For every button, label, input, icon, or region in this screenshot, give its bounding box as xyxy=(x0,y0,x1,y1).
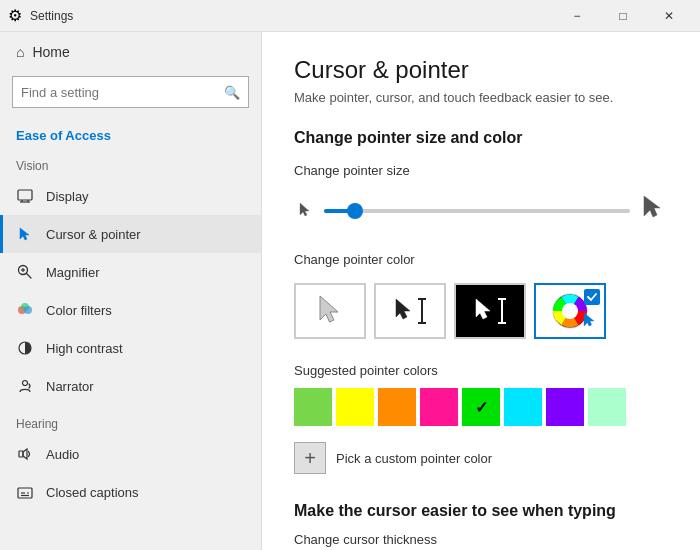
settings-icon: ⚙ xyxy=(8,6,22,25)
search-input[interactable] xyxy=(21,85,224,100)
minimize-button[interactable]: − xyxy=(554,0,600,32)
colorfilters-icon xyxy=(16,301,34,319)
display-icon xyxy=(16,187,34,205)
sidebar-home-item[interactable]: ⌂ Home xyxy=(0,32,261,72)
color-swatches: ✓ xyxy=(294,388,668,426)
ease-of-access-label: Ease of Access xyxy=(0,120,261,147)
swatch-yellow[interactable] xyxy=(336,388,374,426)
swatch-orange[interactable] xyxy=(378,388,416,426)
magnifier-label: Magnifier xyxy=(46,265,99,280)
narrator-icon xyxy=(16,377,34,395)
pointer-size-slider-row xyxy=(294,194,668,228)
magnifier-icon xyxy=(16,263,34,281)
audio-icon xyxy=(16,445,34,463)
sidebar-item-highcontrast[interactable]: High contrast xyxy=(0,329,261,367)
swatch-lime-selected[interactable]: ✓ xyxy=(462,388,500,426)
highcontrast-icon xyxy=(16,339,34,357)
color-option-black[interactable] xyxy=(374,283,446,339)
app-container: ⌂ Home 🔍 Ease of Access Vision Display xyxy=(0,32,700,550)
color-option-white[interactable] xyxy=(294,283,366,339)
swatch-cyan[interactable] xyxy=(504,388,542,426)
swatch-green[interactable] xyxy=(294,388,332,426)
home-label: Home xyxy=(32,44,69,60)
title-bar-title: Settings xyxy=(30,9,73,23)
custom-color-button[interactable]: + xyxy=(294,442,326,474)
cursor-thickness-label: Change cursor thickness xyxy=(294,532,668,547)
pointer-size-label: Change pointer size xyxy=(294,163,668,178)
pointer-size-track[interactable] xyxy=(324,209,630,213)
swatch-purple[interactable] xyxy=(546,388,584,426)
cursor-label: Cursor & pointer xyxy=(46,227,141,242)
audio-label: Audio xyxy=(46,447,79,462)
hearing-category: Hearing xyxy=(0,405,261,435)
sidebar-item-display[interactable]: Display xyxy=(0,177,261,215)
highcontrast-label: High contrast xyxy=(46,341,123,356)
custom-color-label: Pick a custom pointer color xyxy=(336,451,492,466)
pointer-size-thumb[interactable] xyxy=(347,203,363,219)
vision-category: Vision xyxy=(0,147,261,177)
cursor-icon xyxy=(16,225,34,243)
display-label: Display xyxy=(46,189,89,204)
color-option-inverted[interactable] xyxy=(454,283,526,339)
page-title: Cursor & pointer xyxy=(294,56,668,84)
svg-rect-13 xyxy=(19,451,23,457)
sidebar-item-magnifier[interactable]: Magnifier xyxy=(0,253,261,291)
cursor-small-icon xyxy=(298,201,312,222)
svg-point-10 xyxy=(24,306,32,314)
narrator-label: Narrator xyxy=(46,379,94,394)
search-box[interactable]: 🔍 xyxy=(12,76,249,108)
page-subtitle: Make pointer, cursor, and touch feedback… xyxy=(294,90,668,105)
cursor-heading: Make the cursor easier to see when typin… xyxy=(294,502,668,520)
main-content: Cursor & pointer Make pointer, cursor, a… xyxy=(262,32,700,550)
cursor-large-icon xyxy=(642,194,664,228)
captions-icon xyxy=(16,483,34,501)
title-bar-left: ⚙ Settings xyxy=(8,6,73,25)
color-option-custom[interactable] xyxy=(534,283,606,339)
sidebar-item-audio[interactable]: Audio xyxy=(0,435,261,473)
svg-point-12 xyxy=(23,381,28,386)
pointer-color-label: Change pointer color xyxy=(294,252,668,267)
search-icon: 🔍 xyxy=(224,85,240,100)
close-button[interactable]: ✕ xyxy=(646,0,692,32)
maximize-button[interactable]: □ xyxy=(600,0,646,32)
pointer-color-options xyxy=(294,283,668,339)
captions-label: Closed captions xyxy=(46,485,139,500)
sidebar-item-narrator[interactable]: Narrator xyxy=(0,367,261,405)
svg-rect-0 xyxy=(18,190,32,200)
suggested-colors-label: Suggested pointer colors xyxy=(294,363,668,378)
pointer-size-color-heading: Change pointer size and color xyxy=(294,129,668,147)
sidebar-item-colorfilters[interactable]: Color filters xyxy=(0,291,261,329)
home-icon: ⌂ xyxy=(16,44,24,60)
svg-point-25 xyxy=(562,303,578,319)
sidebar-item-cursor[interactable]: Cursor & pointer xyxy=(0,215,261,253)
sidebar: ⌂ Home 🔍 Ease of Access Vision Display xyxy=(0,32,262,550)
sidebar-item-captions[interactable]: Closed captions xyxy=(0,473,261,511)
swatch-pink[interactable] xyxy=(420,388,458,426)
title-bar-controls: − □ ✕ xyxy=(554,0,692,32)
swatch-mint[interactable] xyxy=(588,388,626,426)
svg-line-5 xyxy=(27,274,32,279)
swatch-checkmark: ✓ xyxy=(475,398,488,417)
colorfilters-label: Color filters xyxy=(46,303,112,318)
custom-color-row: + Pick a custom pointer color xyxy=(294,442,668,474)
title-bar: ⚙ Settings − □ ✕ xyxy=(0,0,700,32)
